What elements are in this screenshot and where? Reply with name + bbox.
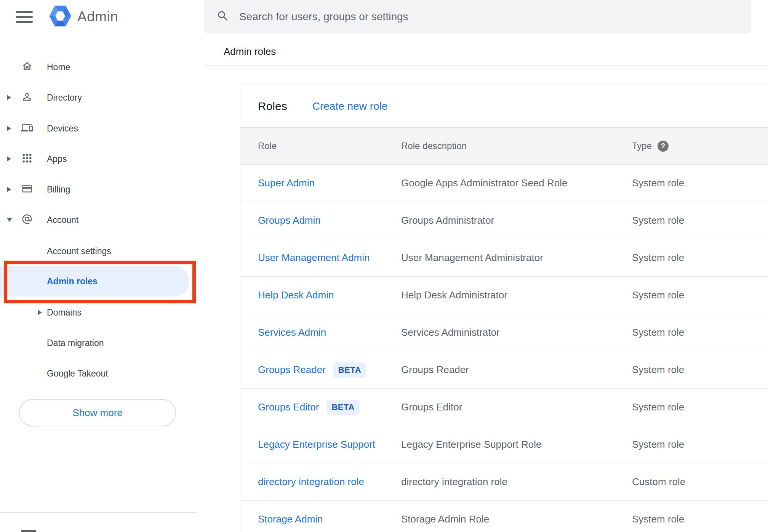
search-icon xyxy=(216,10,229,24)
show-more-button[interactable]: Show more xyxy=(19,399,176,426)
role-type: System role xyxy=(632,364,768,376)
table-header-row: Role Role description Type ? xyxy=(240,127,768,165)
chevron-right-icon[interactable] xyxy=(7,187,11,192)
person-icon xyxy=(21,91,33,104)
hamburger-menu-icon[interactable] xyxy=(16,8,34,25)
sidebar-item-devices[interactable]: Devices xyxy=(0,119,197,138)
sidebar-item-account[interactable]: Account xyxy=(0,210,197,229)
role-link[interactable]: Groups Admin xyxy=(258,215,321,226)
roles-card-header: Roles Create new role xyxy=(240,85,768,127)
apps-grid-icon xyxy=(21,152,33,165)
help-icon[interactable]: ? xyxy=(658,141,669,152)
role-type: System role xyxy=(632,401,768,413)
role-link[interactable]: Services Admin xyxy=(258,327,326,338)
role-description: Groups Editor xyxy=(401,401,632,413)
partial-sidebar-icon xyxy=(21,530,36,532)
role-description: Help Desk Administrator xyxy=(401,289,632,301)
sidebar-item-google-takeout[interactable]: Google Takeout xyxy=(0,364,197,383)
role-description: Services Administrator xyxy=(401,327,632,338)
role-type: System role xyxy=(632,252,768,264)
role-link[interactable]: Super Admin xyxy=(258,177,315,189)
table-row: Legacy Enterprise Support Legacy Enterpr… xyxy=(240,426,768,463)
table-row: Super Admin Google Apps Administrator Se… xyxy=(240,165,768,202)
beta-badge: BETA xyxy=(333,362,366,378)
column-header-role: Role xyxy=(258,141,401,151)
role-description: User Management Administrator xyxy=(401,252,632,264)
sidebar-divider xyxy=(0,512,197,513)
search-bar[interactable] xyxy=(204,0,751,34)
app-title: Admin xyxy=(77,9,118,25)
annotation-red-box xyxy=(4,261,196,303)
roles-card: Roles Create new role Role Role descript… xyxy=(240,85,768,532)
chevron-right-icon[interactable] xyxy=(7,95,11,100)
table-row: Services Admin Services Administrator Sy… xyxy=(240,314,768,351)
role-description: Google Apps Administrator Seed Role xyxy=(401,177,632,189)
role-type: System role xyxy=(632,513,768,525)
chevron-right-icon[interactable] xyxy=(38,310,42,315)
role-type: System role xyxy=(632,215,768,226)
role-link[interactable]: User Management Admin xyxy=(258,252,370,264)
sidebar-item-domains[interactable]: Domains xyxy=(0,303,197,322)
role-link[interactable]: Help Desk Admin xyxy=(258,289,334,301)
table-row: User Management Admin User Management Ad… xyxy=(240,239,768,277)
breadcrumb: Admin roles xyxy=(224,46,276,58)
content-divider xyxy=(204,65,768,66)
role-link[interactable]: Groups Editor xyxy=(258,401,319,413)
column-header-type: Type ? xyxy=(632,141,768,152)
table-row: Storage Admin Storage Admin Role System … xyxy=(240,501,768,532)
role-link[interactable]: directory integration role xyxy=(258,476,364,488)
role-type: System role xyxy=(632,289,768,301)
role-description: Groups Reader xyxy=(401,364,632,376)
role-description: Groups Administrator xyxy=(401,215,632,226)
chevron-right-icon[interactable] xyxy=(7,156,11,162)
sidebar-item-directory[interactable]: Directory xyxy=(0,88,197,107)
table-row: Groups Reader BETA Groups Reader System … xyxy=(240,351,768,389)
chevron-down-icon[interactable] xyxy=(7,218,12,222)
sidebar-item-data-migration[interactable]: Data migration xyxy=(0,333,197,353)
role-description: Legacy Enterprise Support Role xyxy=(401,439,632,450)
role-description: directory integration role xyxy=(401,476,632,488)
table-row: directory integration role directory int… xyxy=(240,463,768,501)
beta-badge: BETA xyxy=(326,400,359,415)
role-description: Storage Admin Role xyxy=(401,513,632,525)
role-link[interactable]: Storage Admin xyxy=(258,513,323,525)
at-sign-icon xyxy=(21,213,33,226)
role-type: System role xyxy=(632,327,768,338)
app-logo[interactable]: Admin xyxy=(48,4,118,30)
chevron-right-icon[interactable] xyxy=(7,126,11,131)
role-type: Custom role xyxy=(632,476,768,488)
sidebar-item-billing[interactable]: Billing xyxy=(0,180,197,199)
role-type: System role xyxy=(632,177,768,189)
table-row: Help Desk Admin Help Desk Administrator … xyxy=(240,277,768,314)
admin-hexagon-logo-icon xyxy=(48,4,72,30)
column-header-role-description: Role description xyxy=(401,141,632,151)
devices-icon xyxy=(21,122,33,135)
role-type: System role xyxy=(632,439,768,450)
sidebar-item-account-settings[interactable]: Account settings xyxy=(0,242,197,261)
role-link[interactable]: Legacy Enterprise Support xyxy=(258,439,375,450)
sidebar-item-home[interactable]: Home xyxy=(0,58,197,77)
card-title: Roles xyxy=(258,100,287,113)
role-link[interactable]: Groups Reader xyxy=(258,364,326,376)
credit-card-icon xyxy=(21,183,33,196)
table-row: Groups Editor BETA Groups Editor System … xyxy=(240,389,768,426)
table-row: Groups Admin Groups Administrator System… xyxy=(240,202,768,239)
sidebar-item-apps[interactable]: Apps xyxy=(0,149,197,168)
search-input[interactable] xyxy=(239,11,696,23)
home-icon xyxy=(21,61,33,74)
create-new-role-link[interactable]: Create new role xyxy=(312,100,388,112)
